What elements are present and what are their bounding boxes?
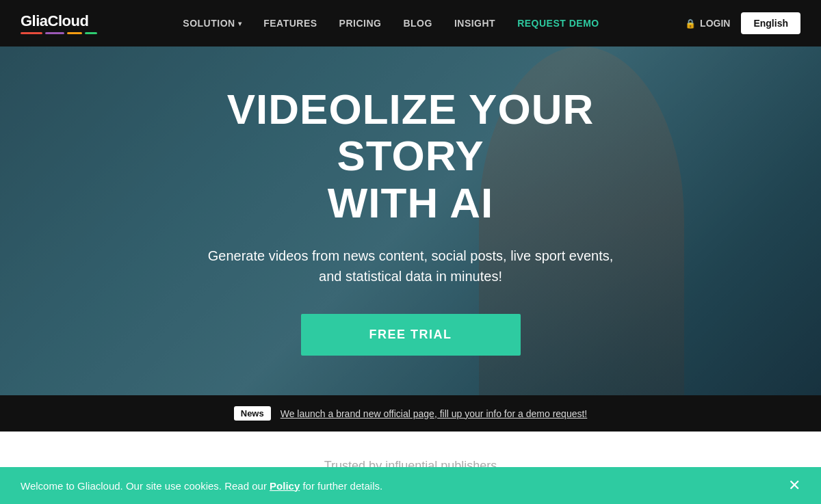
hero-content: VIDEOLIZE YOUR STORY WITH AI Generate vi…	[137, 86, 684, 356]
nav-pricing[interactable]: PRICING	[339, 18, 382, 29]
nav-insight[interactable]: INSIGHT	[454, 18, 495, 29]
nav-right: 🔒 LOGIN English	[685, 12, 800, 34]
nav-solution[interactable]: SOLUTION ▾	[183, 18, 242, 29]
logo-text: GliaCloud	[21, 12, 97, 30]
nav-features[interactable]: FEATURES	[263, 18, 317, 29]
logo-underline-green	[85, 32, 97, 34]
news-link[interactable]: We launch a brand new official page, fil…	[281, 408, 588, 419]
nav-request-demo[interactable]: REQUEST DEMO	[517, 18, 599, 29]
hero-title: VIDEOLIZE YOUR STORY WITH AI	[151, 86, 670, 226]
news-banner: News We launch a brand new official page…	[0, 395, 821, 432]
news-tag: News	[234, 406, 271, 421]
hero-subtitle: Generate videos from news content, socia…	[151, 246, 670, 287]
cookie-banner: Welcome to Gliacloud. Our site use cooki…	[0, 467, 821, 504]
login-button[interactable]: 🔒 LOGIN	[685, 18, 730, 29]
logo-underline	[21, 32, 97, 34]
solution-chevron-icon: ▾	[238, 20, 242, 27]
nav-blog[interactable]: BLOG	[403, 18, 432, 29]
logo-underline-orange	[67, 32, 82, 34]
hero-section: VIDEOLIZE YOUR STORY WITH AI Generate vi…	[0, 47, 821, 395]
free-trial-button[interactable]: FREE TRIAL	[301, 314, 521, 356]
lock-icon: 🔒	[685, 18, 696, 29]
cookie-close-button[interactable]: ✕	[788, 477, 800, 494]
navbar: GliaCloud SOLUTION ▾ FEATURES PRICING BL…	[0, 0, 821, 47]
logo-underline-red	[21, 32, 42, 34]
language-selector[interactable]: English	[741, 12, 800, 34]
cookie-policy-link[interactable]: Policy	[270, 480, 300, 492]
nav-links: SOLUTION ▾ FEATURES PRICING BLOG INSIGHT…	[183, 18, 599, 29]
cookie-text: Welcome to Gliacloud. Our site use cooki…	[21, 480, 382, 492]
logo-underline-purple	[45, 32, 64, 34]
logo[interactable]: GliaCloud	[21, 12, 97, 34]
